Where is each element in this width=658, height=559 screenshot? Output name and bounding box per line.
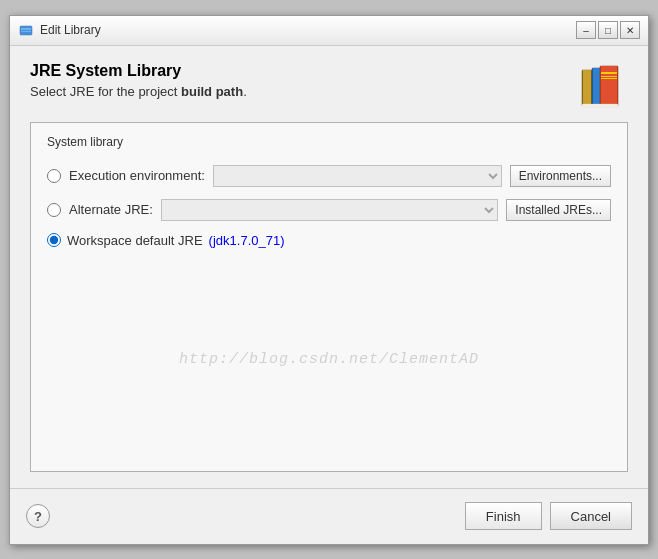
svg-rect-12 <box>582 104 618 107</box>
alternate-jre-radio[interactable] <box>47 203 61 217</box>
finish-button[interactable]: Finish <box>465 502 542 530</box>
header-text: JRE System Library Select JRE for the pr… <box>30 62 247 99</box>
subtitle-start: Select JRE for the project <box>30 84 181 99</box>
main-window: Edit Library – □ ✕ JRE System Library Se… <box>9 15 649 545</box>
subtitle-end: . <box>243 84 247 99</box>
svg-rect-10 <box>601 76 617 77</box>
group-label: System library <box>47 135 611 149</box>
workspace-default-label: Workspace default JRE <box>67 233 203 248</box>
jre-subtitle: Select JRE for the project build path. <box>30 84 247 99</box>
header-section: JRE System Library Select JRE for the pr… <box>30 62 628 112</box>
cancel-button[interactable]: Cancel <box>550 502 632 530</box>
workspace-jdk-text: (jdk1.7.0_71) <box>209 233 285 248</box>
svg-rect-9 <box>601 72 617 74</box>
minimize-button[interactable]: – <box>576 21 596 39</box>
help-button[interactable]: ? <box>26 504 50 528</box>
svg-rect-4 <box>583 70 591 106</box>
execution-env-label: Execution environment: <box>69 168 205 183</box>
system-library-group: System library Execution environment: En… <box>30 122 628 472</box>
installed-jres-button[interactable]: Installed JREs... <box>506 199 611 221</box>
footer-buttons: Finish Cancel <box>465 502 632 530</box>
workspace-default-row: Workspace default JRE (jdk1.7.0_71) <box>47 233 611 248</box>
window-controls: – □ ✕ <box>576 21 640 39</box>
execution-env-row: Execution environment: Environments... <box>47 165 611 187</box>
window-title: Edit Library <box>40 23 576 37</box>
svg-rect-11 <box>601 78 617 79</box>
watermark-text: http://blog.csdn.net/ClementAD <box>179 351 479 368</box>
footer: ? Finish Cancel <box>10 488 648 544</box>
maximize-button[interactable]: □ <box>598 21 618 39</box>
watermark-area: http://blog.csdn.net/ClementAD <box>47 260 611 459</box>
workspace-default-radio[interactable] <box>47 233 61 247</box>
title-bar: Edit Library – □ ✕ <box>10 16 648 46</box>
alternate-jre-select[interactable] <box>161 199 498 221</box>
book-icon <box>572 62 628 112</box>
svg-rect-2 <box>21 31 31 32</box>
close-button[interactable]: ✕ <box>620 21 640 39</box>
execution-env-select[interactable] <box>213 165 502 187</box>
subtitle-bold: build path <box>181 84 243 99</box>
window-icon <box>18 22 34 38</box>
execution-env-radio[interactable] <box>47 169 61 183</box>
alternate-jre-label: Alternate JRE: <box>69 202 153 217</box>
svg-rect-1 <box>21 28 31 30</box>
environments-button[interactable]: Environments... <box>510 165 611 187</box>
jre-title: JRE System Library <box>30 62 247 80</box>
alternate-jre-row: Alternate JRE: Installed JREs... <box>47 199 611 221</box>
svg-rect-0 <box>20 26 32 35</box>
content-area: JRE System Library Select JRE for the pr… <box>10 46 648 488</box>
